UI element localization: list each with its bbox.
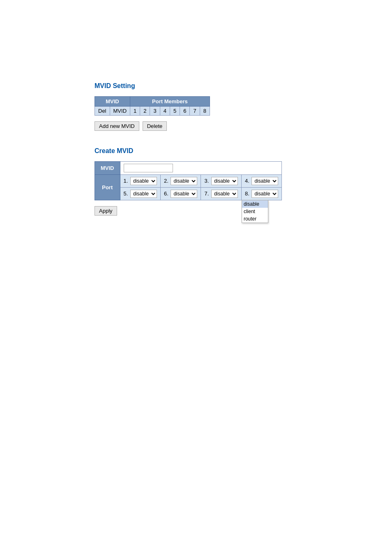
port-row-2: 5. disable client router 6. disable clie… bbox=[95, 188, 282, 200]
add-new-mvid-button[interactable]: Add new MVID bbox=[95, 121, 139, 131]
port-8-select[interactable]: disable client router bbox=[251, 190, 278, 198]
port-1-cell: 1. disable client router bbox=[120, 175, 160, 188]
port-members-col-header: Port Members bbox=[130, 97, 210, 107]
port-2-label: 2. bbox=[164, 178, 168, 184]
dropdown-option-client[interactable]: client bbox=[242, 208, 268, 215]
port-4-cell: 4. disable client router bbox=[241, 175, 281, 188]
port-8-cell: 8. disable client router disable client … bbox=[241, 188, 281, 200]
port-2-cell: 2. disable client router bbox=[160, 175, 201, 188]
col-port-3: 3 bbox=[150, 107, 160, 116]
port-7-cell: 7. disable client router bbox=[201, 188, 241, 200]
port-6-label: 6. bbox=[164, 190, 168, 197]
port-3-cell: 3. disable client router bbox=[201, 175, 241, 188]
col-del: Del bbox=[95, 107, 110, 116]
delete-button[interactable]: Delete bbox=[143, 121, 167, 131]
mvid-setting-section: MVID Setting MVID Port Members Del MVID … bbox=[95, 82, 392, 131]
mvid-col-header: MVID bbox=[95, 97, 130, 107]
port-5-label: 5. bbox=[124, 190, 128, 197]
mvid-setting-title: MVID Setting bbox=[95, 82, 392, 90]
mvid-buttons-row: Add new MVID Delete bbox=[95, 121, 392, 131]
port-row: Port 1. disable client router 2. disable bbox=[95, 175, 282, 188]
port-3-select[interactable]: disable client router bbox=[211, 177, 238, 185]
port-5-select[interactable]: disable client router bbox=[130, 190, 157, 198]
port-6-cell: 6. disable client router bbox=[160, 188, 201, 200]
port-6-select[interactable]: disable client router bbox=[171, 190, 197, 198]
port-label-cell: Port bbox=[95, 175, 120, 200]
port-7-label: 7. bbox=[204, 190, 209, 197]
port-2-select[interactable]: disable client router bbox=[171, 177, 197, 185]
port-4-label: 4. bbox=[245, 178, 249, 184]
col-port-2: 2 bbox=[140, 107, 150, 116]
create-mvid-table: MVID Port 1. disable client router bbox=[95, 161, 282, 200]
port-8-dropdown-list: disable client router bbox=[242, 200, 268, 223]
mvid-label-cell: MVID bbox=[95, 162, 120, 175]
create-mvid-title: Create MVID bbox=[95, 147, 392, 155]
mvid-table: MVID Port Members Del MVID 1 2 3 4 5 6 7… bbox=[95, 96, 210, 116]
col-port-4: 4 bbox=[160, 107, 170, 116]
port-7-select[interactable]: disable client router bbox=[211, 190, 238, 198]
port-3-label: 3. bbox=[204, 178, 209, 184]
col-port-6: 6 bbox=[180, 107, 190, 116]
port-5-cell: 5. disable client router bbox=[120, 188, 160, 200]
port-1-select[interactable]: disable client router bbox=[130, 177, 157, 185]
col-mvid: MVID bbox=[110, 107, 130, 116]
col-port-8: 8 bbox=[200, 107, 210, 116]
dropdown-option-disable[interactable]: disable bbox=[242, 200, 268, 208]
col-port-7: 7 bbox=[190, 107, 200, 116]
mvid-row: MVID bbox=[95, 162, 282, 175]
port-4-select[interactable]: disable client router bbox=[251, 177, 278, 185]
apply-button[interactable]: Apply bbox=[95, 206, 117, 216]
mvid-input-cell bbox=[120, 162, 282, 175]
mvid-input[interactable] bbox=[124, 164, 173, 172]
port-1-label: 1. bbox=[124, 178, 128, 184]
col-port-5: 5 bbox=[170, 107, 180, 116]
create-mvid-section: Create MVID MVID Port 1. disable client bbox=[95, 147, 392, 216]
dropdown-option-router[interactable]: router bbox=[242, 215, 268, 223]
port-8-label: 8. bbox=[245, 190, 249, 197]
col-port-1: 1 bbox=[130, 107, 140, 116]
